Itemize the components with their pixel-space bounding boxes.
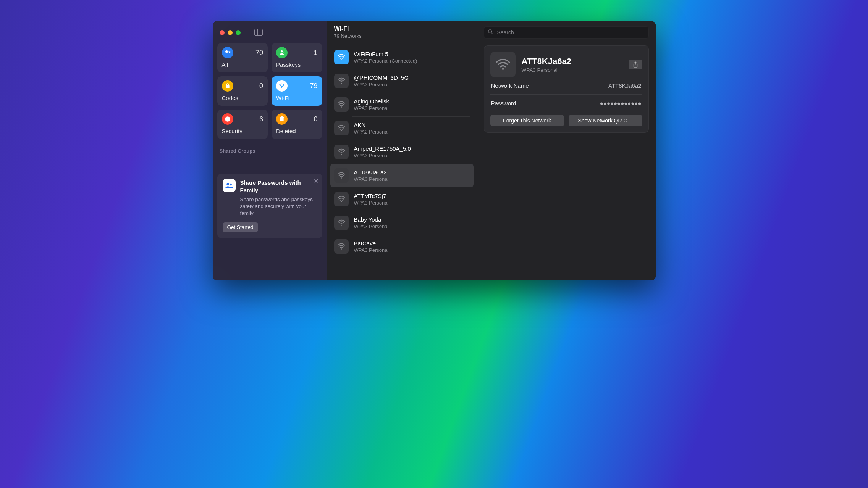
share-passwords-promo: ✕ Share Passwords with Family Share pass…: [217, 174, 322, 238]
network-security: WPA2 Personal: [354, 153, 411, 158]
svg-rect-2: [229, 52, 230, 53]
network-security: WPA3 Personal: [522, 67, 622, 73]
category-count: 70: [255, 49, 263, 57]
network-name-value[interactable]: ATT8KJa6a2: [608, 82, 641, 89]
network-row[interactable]: Aging ObeliskWPA3 Personal: [330, 93, 474, 116]
network-name: ATT8KJa6a2: [354, 169, 389, 176]
svg-point-4: [281, 50, 283, 52]
sidebar-category-all[interactable]: 70All: [217, 43, 268, 72]
wifi-icon: [334, 121, 349, 135]
network-security: WPA3 Personal: [354, 176, 389, 182]
svg-point-23: [341, 225, 342, 226]
svg-point-20: [341, 154, 342, 155]
svg-point-18: [341, 106, 342, 108]
sidebar-category-passkeys[interactable]: 1Passkeys: [272, 43, 322, 72]
person-icon: [276, 47, 288, 58]
wifi-icon: [334, 97, 349, 112]
sidebar-category-security[interactable]: 6Security: [217, 110, 268, 139]
search-input[interactable]: [484, 26, 649, 39]
forget-network-button[interactable]: Forget This Network: [490, 115, 564, 126]
svg-rect-3: [230, 52, 230, 53]
svg-point-25: [488, 30, 491, 33]
window-controls: [217, 26, 322, 39]
promo-body: Share passwords and passkeys safely and …: [240, 196, 317, 217]
svg-point-5: [283, 53, 284, 54]
search-field-wrap: [484, 26, 649, 39]
network-row[interactable]: Amped_RE1750A_5.0WPA2 Personal: [330, 140, 474, 164]
family-icon: [223, 179, 236, 192]
network-name-label: Network Name: [491, 82, 529, 89]
network-security: WPA3 Personal: [354, 224, 389, 229]
show-qr-button[interactable]: Show Network QR C…: [569, 115, 642, 126]
category-count: 6: [259, 115, 263, 123]
wifi-icon: [334, 74, 349, 88]
svg-rect-9: [227, 118, 228, 119]
network-name: Baby Yoda: [354, 216, 389, 223]
category-label: Deleted: [276, 128, 318, 134]
get-started-button[interactable]: Get Started: [223, 222, 258, 232]
share-button[interactable]: [629, 60, 642, 69]
network-security: WPA2 Personal (Connected): [354, 58, 417, 64]
svg-rect-12: [280, 117, 284, 118]
sidebar-category-deleted[interactable]: 0Deleted: [272, 110, 322, 139]
network-list-pane: Wi-Fi 79 Networks WiFiFoFum 5WPA2 Person…: [327, 21, 477, 280]
category-label: Wi-Fi: [276, 95, 318, 101]
network-row[interactable]: BatCaveWPA3 Personal: [330, 235, 474, 258]
sidebar-category-codes[interactable]: 0Codes: [217, 76, 268, 106]
category-count: 0: [314, 115, 317, 123]
network-list[interactable]: WiFiFoFum 5WPA2 Personal (Connected)@PHI…: [327, 43, 477, 280]
svg-point-16: [341, 59, 342, 60]
network-detail-card: ATT8KJa6a2 WPA3 Personal Network Name AT…: [484, 45, 649, 133]
svg-rect-1: [227, 52, 230, 52]
network-security: WPA3 Personal: [354, 200, 389, 206]
wifi-icon: [334, 192, 349, 206]
network-name: WiFiFoFum 5: [354, 51, 417, 57]
wifi-icon: [334, 168, 349, 183]
passwords-window: 70All1Passkeys0Codes79Wi-Fi6Security0Del…: [213, 21, 656, 280]
network-name: @PHICOMM_3D_5G: [354, 74, 409, 81]
lock-icon: [222, 80, 233, 92]
category-grid: 70All1Passkeys0Codes79Wi-Fi6Security0Del…: [217, 43, 322, 139]
svg-point-15: [230, 184, 231, 185]
network-row[interactable]: @PHICOMM_3D_5GWPA2 Personal: [330, 69, 474, 93]
wifi-icon: [334, 239, 349, 254]
search-icon: [488, 29, 493, 36]
close-icon[interactable]: ✕: [314, 177, 318, 185]
network-security: WPA3 Personal: [354, 247, 389, 253]
network-security: WPA2 Personal: [354, 82, 409, 87]
close-window-button[interactable]: [220, 30, 225, 35]
network-security: WPA3 Personal: [354, 105, 390, 111]
network-row[interactable]: ATT8KJa6a2WPA3 Personal: [330, 164, 474, 187]
minimize-window-button[interactable]: [228, 30, 233, 35]
sidebar-category-wifi[interactable]: 79Wi-Fi: [272, 76, 322, 106]
pane-subtitle: 79 Networks: [334, 33, 470, 39]
zoom-window-button[interactable]: [236, 30, 241, 35]
network-row[interactable]: AKNWPA2 Personal: [330, 116, 474, 140]
sidebar: 70All1Passkeys0Codes79Wi-Fi6Security0Del…: [213, 21, 327, 280]
svg-point-21: [341, 177, 342, 179]
password-value[interactable]: ●●●●●●●●●●●●: [600, 100, 642, 106]
svg-point-24: [341, 248, 342, 250]
category-count: 1: [314, 49, 317, 57]
toggle-sidebar-button[interactable]: [254, 29, 263, 36]
svg-point-7: [281, 87, 282, 88]
network-name: AKN: [354, 122, 389, 128]
pane-title: Wi-Fi: [334, 26, 470, 32]
trash-icon: [276, 113, 288, 125]
network-row[interactable]: ATTMTc7Sj7WPA3 Personal: [330, 187, 474, 211]
shared-groups-heading: Shared Groups: [217, 148, 322, 154]
svg-point-17: [341, 83, 342, 84]
network-row[interactable]: WiFiFoFum 5WPA2 Personal (Connected): [330, 45, 474, 69]
category-label: Security: [222, 128, 263, 134]
password-label: Password: [491, 100, 516, 106]
network-list-header: Wi-Fi 79 Networks: [327, 21, 477, 43]
svg-point-27: [502, 68, 504, 70]
svg-point-14: [226, 183, 229, 185]
key-icon: [222, 47, 233, 58]
wifi-icon: [334, 50, 349, 64]
category-label: Passkeys: [276, 61, 318, 68]
network-name: BatCave: [354, 240, 389, 246]
wifi-icon: [276, 80, 288, 92]
network-row[interactable]: Baby YodaWPA3 Personal: [330, 211, 474, 235]
network-name: Aging Obelisk: [354, 98, 390, 105]
